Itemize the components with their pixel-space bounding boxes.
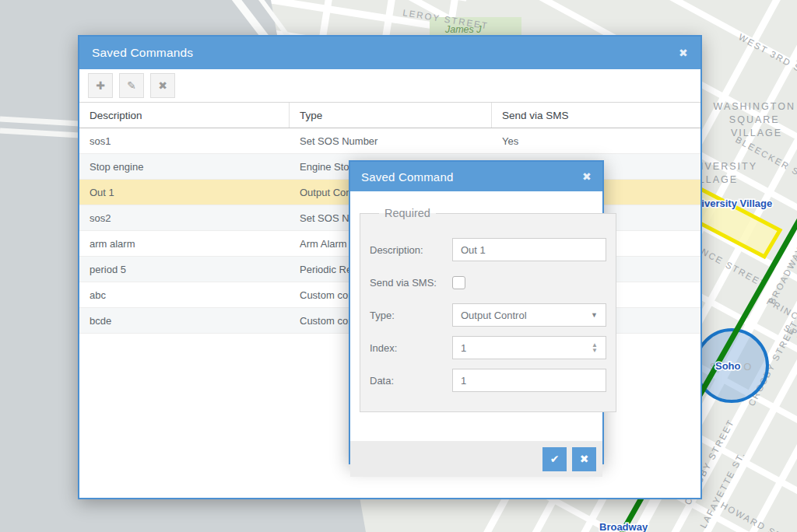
send-via-sms-checkbox[interactable] xyxy=(452,276,465,289)
saved-commands-dialog-title: Saved Commands xyxy=(92,46,193,60)
data-label: Data: xyxy=(370,375,452,387)
check-icon: ✔ xyxy=(550,453,560,465)
column-header-description[interactable]: Description xyxy=(79,103,290,128)
index-stepper[interactable]: 1 ▲ ▼ xyxy=(452,336,606,359)
spin-down-icon[interactable]: ▼ xyxy=(592,348,598,353)
x-icon: ✖ xyxy=(580,453,589,465)
saved-command-dialog: Saved Command ✖ Required Description: Se… xyxy=(349,160,604,464)
saved-commands-dialog-header[interactable]: Saved Commands ✖ xyxy=(79,37,700,69)
cell-description: sos2 xyxy=(79,212,290,224)
map-stage: LEROY STREET James J WEST 3RD STREET WAS… xyxy=(0,0,797,532)
index-stepper-value: 1 xyxy=(461,342,466,354)
cell-description: bcde xyxy=(79,315,290,327)
spinner-arrows[interactable]: ▲ ▼ xyxy=(592,342,598,353)
column-header-type[interactable]: Type xyxy=(290,103,492,128)
close-icon[interactable]: ✖ xyxy=(679,47,688,59)
type-select-value: Output Control xyxy=(461,310,527,321)
delete-icon: ✖ xyxy=(158,79,167,92)
data-field[interactable] xyxy=(452,369,606,392)
chevron-down-icon: ▼ xyxy=(591,311,598,319)
cell-type: Set SOS Number xyxy=(290,135,492,147)
table-row[interactable]: sos1 Set SOS Number Yes xyxy=(79,128,700,154)
send-via-sms-label: Send via SMS: xyxy=(370,277,452,289)
add-command-button[interactable]: ✚ xyxy=(88,73,113,98)
cell-description: period 5 xyxy=(79,264,290,275)
cancel-button[interactable]: ✖ xyxy=(572,447,596,471)
close-icon[interactable]: ✖ xyxy=(582,170,592,183)
delete-command-button[interactable]: ✖ xyxy=(150,73,175,98)
saved-command-dialog-title: Saved Command xyxy=(361,170,454,184)
edit-command-button[interactable]: ✎ xyxy=(119,73,144,98)
soho-geofence-label[interactable]: Soho xyxy=(715,360,741,372)
plus-icon: ✚ xyxy=(96,79,105,92)
commands-toolbar: ✚ ✎ ✖ xyxy=(79,69,700,102)
saved-command-form: Required Description: Send via SMS: Type… xyxy=(350,207,602,441)
james-park-label: James J xyxy=(444,24,482,35)
cell-description: abc xyxy=(79,289,290,301)
cell-send-via-sms: Yes xyxy=(492,135,700,147)
commands-table-header: Description Type Send via SMS xyxy=(79,102,700,128)
type-label: Type: xyxy=(370,310,452,321)
index-label: Index: xyxy=(370,342,452,354)
saved-command-dialog-footer: ✔ ✖ xyxy=(350,441,602,477)
description-field[interactable] xyxy=(452,238,606,261)
confirm-button[interactable]: ✔ xyxy=(542,447,567,471)
cell-description: arm alarm xyxy=(79,238,290,250)
saved-command-dialog-header[interactable]: Saved Command ✖ xyxy=(350,162,602,191)
column-header-send-via-sms[interactable]: Send via SMS xyxy=(492,103,700,128)
cell-description: Out 1 xyxy=(79,187,290,198)
broadway-geofence-label[interactable]: Broadway xyxy=(599,521,648,532)
cell-description: sos1 xyxy=(79,135,290,147)
required-fieldset: Required Description: Send via SMS: Type… xyxy=(360,207,616,412)
cell-description: Stop engine xyxy=(79,161,290,173)
pencil-icon: ✎ xyxy=(127,79,136,92)
description-label: Description: xyxy=(370,244,452,256)
type-select[interactable]: Output Control ▼ xyxy=(452,303,606,327)
required-legend: Required xyxy=(379,207,436,219)
